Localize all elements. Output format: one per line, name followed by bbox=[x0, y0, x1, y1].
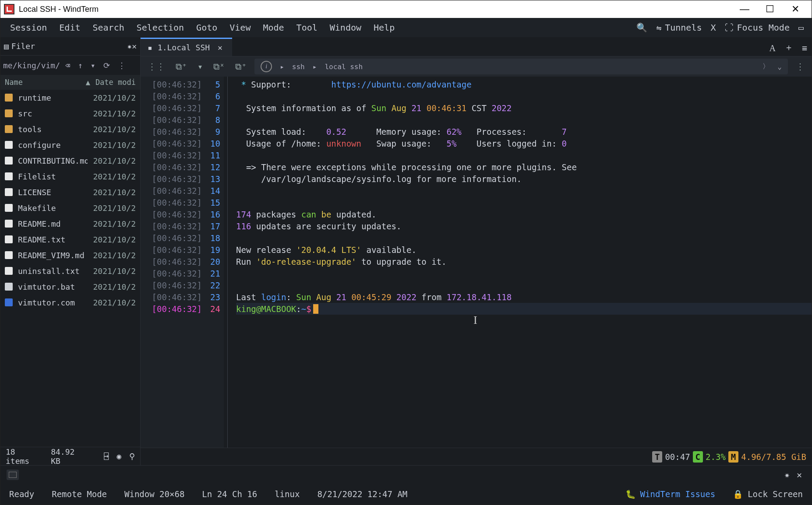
focus-mode-button[interactable]: ⛶ Focus Mode bbox=[720, 20, 794, 35]
terminal-line: * Support: https://ubuntu.com/advantage bbox=[236, 78, 812, 90]
location-icon[interactable]: ⚲ bbox=[129, 452, 135, 461]
new-session-icon[interactable]: ⧉⁺ bbox=[173, 60, 190, 74]
menu-session[interactable]: Session bbox=[4, 20, 53, 35]
settings-icon[interactable]: ✷ bbox=[781, 468, 793, 482]
file-date: 2021/10/2 bbox=[93, 188, 136, 197]
menu-view[interactable]: View bbox=[223, 20, 257, 35]
breadcrumb[interactable]: i ▸ ssh ▸ local ssh 〉 ⌄ bbox=[254, 59, 788, 74]
app-icon[interactable] bbox=[7, 470, 19, 480]
status-os[interactable]: linux bbox=[275, 489, 300, 499]
duplicate-session-icon[interactable]: ⧉⁺ bbox=[233, 60, 249, 74]
file-row[interactable]: Makefile2021/10/2 bbox=[0, 200, 140, 216]
file-row[interactable]: runtime2021/10/2 bbox=[0, 90, 140, 105]
close-panel-icon[interactable]: ✕ bbox=[132, 42, 137, 51]
folder-icon bbox=[5, 94, 13, 102]
x-button[interactable]: X bbox=[706, 20, 720, 35]
menu-edit[interactable]: Edit bbox=[53, 20, 86, 35]
column-name[interactable]: Name bbox=[5, 78, 86, 87]
add-tab-icon[interactable]: ＋ bbox=[780, 39, 798, 56]
bottom-close-icon[interactable]: ✕ bbox=[793, 468, 805, 482]
file-row[interactable]: vimtutor.bat2021/10/2 bbox=[0, 279, 140, 295]
tab-bar: ▪ 1.Local SSH ✕ A ＋ ≡ bbox=[141, 37, 812, 56]
menu-search[interactable]: Search bbox=[86, 20, 130, 35]
file-row[interactable]: README_VIM9.md2021/10/2 bbox=[0, 247, 140, 263]
file-row[interactable]: Filelist2021/10/2 bbox=[0, 168, 140, 184]
terminal-line: System load: 0.52 Memory usage: 62% Proc… bbox=[236, 126, 812, 137]
terminal[interactable]: [00:46:32]5[00:46:32]6[00:46:32]7[00:46:… bbox=[141, 77, 812, 448]
file-row[interactable]: configure2021/10/2 bbox=[0, 137, 140, 153]
file-date: 2021/10/2 bbox=[93, 93, 136, 102]
file-list[interactable]: runtime2021/10/2src2021/10/2tools2021/10… bbox=[0, 90, 140, 447]
grip-icon[interactable]: ⋮⋮ bbox=[145, 60, 168, 74]
open-folder-icon[interactable]: ⍈ bbox=[104, 452, 109, 461]
menu-mode[interactable]: Mode bbox=[257, 20, 290, 35]
gutter-line: [00:46:32]24 bbox=[141, 303, 224, 315]
file-date: 2021/10/2 bbox=[93, 140, 136, 150]
column-date[interactable]: Date modi bbox=[90, 78, 136, 87]
file-row[interactable]: CONTRIBUTING.md2021/10/2 bbox=[0, 153, 140, 168]
menu-selection[interactable]: Selection bbox=[131, 20, 190, 35]
terminal-line bbox=[236, 279, 812, 291]
terminal-line: 174 packages can be updated. bbox=[236, 208, 812, 220]
file-row[interactable]: src2021/10/2 bbox=[0, 105, 140, 121]
crumb-local-ssh[interactable]: local ssh bbox=[325, 63, 363, 71]
status-remote[interactable]: Remote Mode bbox=[52, 489, 107, 499]
chevron-down-icon[interactable]: ▾ bbox=[88, 59, 98, 72]
refresh-icon[interactable]: ⟳ bbox=[101, 59, 113, 72]
toolbar-caret-icon[interactable]: ▾ bbox=[195, 60, 205, 74]
item-count: 18 items bbox=[6, 447, 43, 466]
terminal-line bbox=[236, 267, 812, 279]
file-date: 2021/10/2 bbox=[93, 109, 136, 118]
minimize-button[interactable]: — bbox=[732, 0, 757, 18]
file-date: 2021/10/2 bbox=[93, 298, 136, 307]
file-row[interactable]: vimtutor.com2021/10/2 bbox=[0, 295, 140, 310]
maximize-button[interactable]: ☐ bbox=[757, 0, 783, 18]
terminal-line: 116 updates are security updates. bbox=[236, 220, 812, 232]
close-button[interactable]: ✕ bbox=[783, 0, 808, 18]
status-window[interactable]: Window 20×68 bbox=[124, 489, 184, 499]
terminal-line: /var/log/landscape/sysinfo.log for more … bbox=[236, 173, 812, 185]
panel-toggle-icon[interactable]: ▭ bbox=[794, 20, 808, 35]
toolbar-more-icon[interactable]: ⋮ bbox=[793, 60, 807, 74]
gear-icon[interactable]: ✷ bbox=[127, 42, 132, 51]
crumb-dropdown-icon[interactable]: ⌄ bbox=[777, 63, 782, 71]
terminal-cursor bbox=[313, 304, 318, 314]
lock-screen-button[interactable]: 🔒 Lock Screen bbox=[733, 489, 803, 499]
terminal-line bbox=[236, 149, 812, 161]
file-row[interactable]: README.txt2021/10/2 bbox=[0, 231, 140, 247]
terminal-line bbox=[236, 185, 812, 196]
backspace-icon[interactable]: ⌫ bbox=[63, 59, 73, 72]
file-row[interactable]: tools2021/10/2 bbox=[0, 121, 140, 137]
tab-local-ssh[interactable]: ▪ 1.Local SSH ✕ bbox=[141, 38, 232, 56]
menu-goto[interactable]: Goto bbox=[190, 20, 223, 35]
pin-icon[interactable]: ◉ bbox=[117, 452, 121, 461]
file-row[interactable]: README.md2021/10/2 bbox=[0, 216, 140, 231]
more-icon[interactable]: ⋮ bbox=[115, 59, 128, 72]
issues-button[interactable]: 🐛 WindTerm Issues bbox=[625, 489, 716, 499]
menu-tool[interactable]: Tool bbox=[290, 20, 324, 35]
close-session-icon[interactable]: ⧉ˣ bbox=[211, 60, 227, 74]
crumb-next-icon[interactable]: 〉 bbox=[763, 62, 770, 71]
folder-icon bbox=[5, 125, 13, 133]
info-icon[interactable]: i bbox=[261, 61, 272, 72]
file-name: README.md bbox=[18, 219, 88, 228]
gutter-line: [00:46:32]8 bbox=[141, 114, 224, 126]
text-cursor-icon: I bbox=[473, 314, 477, 327]
file-icon bbox=[5, 157, 13, 165]
up-icon[interactable]: ↑ bbox=[75, 59, 85, 72]
file-row[interactable]: uninstall.txt2021/10/2 bbox=[0, 263, 140, 279]
menu-help[interactable]: Help bbox=[367, 20, 401, 35]
file-row[interactable]: LICENSE2021/10/2 bbox=[0, 184, 140, 200]
search-icon[interactable]: 🔍 bbox=[632, 20, 652, 35]
tab-close-icon[interactable]: ✕ bbox=[215, 43, 225, 52]
menu-window[interactable]: Window bbox=[324, 20, 367, 35]
crumb-ssh[interactable]: ssh bbox=[292, 63, 305, 71]
tab-menu-icon[interactable]: ≡ bbox=[798, 40, 812, 56]
gutter-line: [00:46:32]16 bbox=[141, 208, 224, 220]
bug-icon: 🐛 bbox=[625, 489, 636, 499]
tunnels-button[interactable]: ⇋ Tunnels bbox=[652, 20, 706, 35]
path-text[interactable]: me/king/vim/ bbox=[3, 61, 60, 70]
mem-value: 4.96/7.85 GiB bbox=[741, 452, 806, 462]
status-position[interactable]: Ln 24 Ch 16 bbox=[202, 489, 257, 499]
font-button[interactable]: A bbox=[765, 41, 780, 56]
